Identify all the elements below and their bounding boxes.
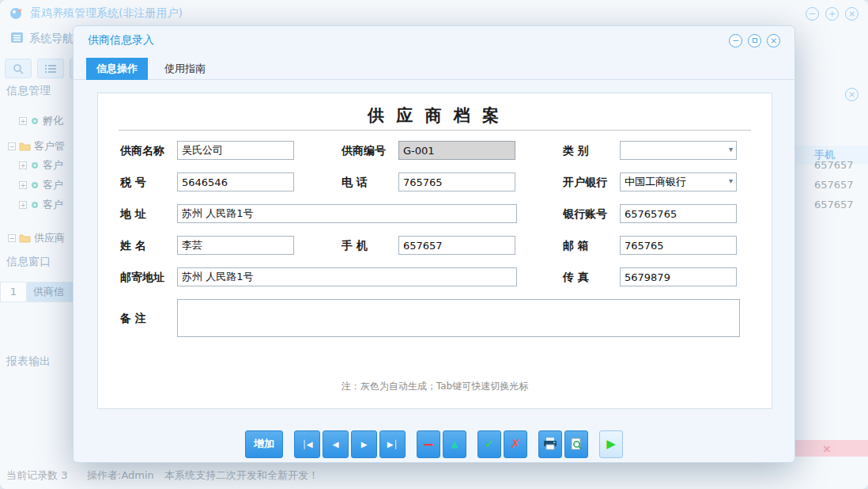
dialog-titlebar: 供商信息录入 − × (74, 26, 794, 55)
first-record-button[interactable]: │◀ (294, 430, 320, 458)
dialog-minimize-icon[interactable]: − (729, 34, 742, 47)
label-supplier-name: 供商名称 (120, 141, 164, 160)
prev-record-button[interactable]: ◀ (323, 430, 349, 458)
tax-no-input[interactable] (177, 172, 294, 191)
label-bank-account: 银行账号 (563, 204, 607, 223)
dialog-title: 供商信息录入 (88, 33, 154, 47)
label-mail-address: 邮寄地址 (120, 267, 164, 286)
mail-address-input[interactable] (177, 267, 517, 286)
phone-input[interactable] (398, 172, 515, 191)
supplier-code-input (398, 141, 515, 160)
mobile-input[interactable] (398, 236, 515, 255)
label-category: 类 别 (563, 141, 589, 160)
print-preview-button[interactable] (564, 430, 588, 458)
run-button[interactable]: ▶ (599, 430, 623, 458)
last-record-button[interactable]: ▶│ (379, 430, 406, 458)
printer-icon (543, 438, 557, 450)
label-phone: 电 话 (342, 172, 368, 191)
label-fax: 传 真 (563, 267, 589, 286)
chevron-down-icon: ▾ (729, 176, 733, 185)
dialog-restore-icon[interactable] (748, 34, 761, 47)
supplier-name-input[interactable] (177, 141, 294, 160)
supplier-entry-dialog: 供商信息录入 − × 信息操作 使用指南 供 应 商 档 案 供商名称 供商编号… (73, 25, 795, 463)
label-tax-no: 税 号 (120, 172, 146, 191)
print-preview-icon (570, 438, 583, 450)
confirm-button[interactable]: ✓ (477, 430, 501, 458)
edit-record-button[interactable]: ▲ (443, 430, 466, 458)
cancel-button[interactable]: ✗ (504, 430, 527, 458)
add-button[interactable]: 增加 (245, 430, 283, 458)
fax-input[interactable] (620, 267, 737, 286)
dialog-window-controls: − × (729, 34, 780, 47)
app-root: 蛋鸡养殖管理系统(非注册用户) − + × 系统导航 信息管理 + (0, 0, 868, 489)
label-bank: 开户银行 (563, 172, 607, 191)
contact-name-input[interactable] (177, 236, 294, 255)
dialog-close-icon[interactable]: × (767, 34, 780, 47)
form-title: 供 应 商 档 案 (98, 104, 772, 127)
print-button[interactable] (538, 430, 562, 458)
label-mobile: 手 机 (342, 236, 368, 255)
bank-select[interactable]: 中国工商银行 ▾ (620, 172, 737, 191)
label-email: 邮 箱 (563, 236, 589, 255)
bank-select-value: 中国工商银行 (625, 175, 686, 189)
category-select[interactable]: ▾ (620, 141, 737, 160)
form-hint: 注：灰色为自动生成；Tab键可快速切换光标 (98, 380, 772, 393)
email-input[interactable] (620, 236, 737, 255)
label-address: 地 址 (120, 204, 146, 223)
supplier-form-panel: 供 应 商 档 案 供商名称 供商编号 类 别 ▾ 税 号 电 话 开户银行 中… (97, 93, 772, 409)
bank-account-input[interactable] (620, 204, 737, 223)
title-divider (119, 130, 751, 131)
tab-user-guide[interactable]: 使用指南 (154, 58, 216, 80)
delete-record-button[interactable]: − (417, 430, 440, 458)
chevron-down-icon: ▾ (729, 145, 733, 154)
label-contact-name: 姓 名 (120, 236, 146, 255)
dialog-tabbar: 信息操作 使用指南 (74, 58, 794, 80)
tab-info-operations[interactable]: 信息操作 (86, 58, 148, 80)
restore-square-icon (753, 38, 757, 43)
next-record-button[interactable]: ▶ (351, 430, 377, 458)
label-remark: 备 注 (120, 309, 146, 328)
label-supplier-code: 供商编号 (342, 141, 386, 160)
dialog-toolbar: 增加 │◀ ◀ ▶ ▶│ − ▲ ✓ ✗ ▶ (74, 430, 794, 458)
address-input[interactable] (177, 204, 517, 223)
remark-textarea[interactable] (177, 299, 740, 337)
